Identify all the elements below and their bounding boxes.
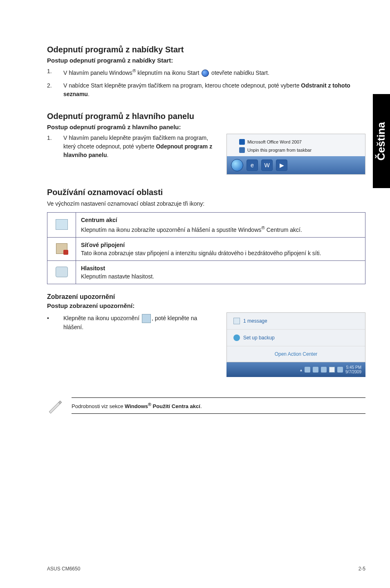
note-text: Podrobnosti viz sekce Windows® Použití C… xyxy=(72,397,365,414)
cell-title: Hlasitost xyxy=(81,265,360,272)
step-number: 1. xyxy=(47,134,63,159)
footer-product: ASUS CM6650 xyxy=(47,566,80,572)
taskbar: e W ▶ xyxy=(227,156,365,174)
heading-unpin-start: Odepnutí programů z nabídky Start xyxy=(47,45,365,54)
step-body: V hlavním panelu klepněte pravým tlačítk… xyxy=(63,134,218,159)
icons-table: Centrum akcí Klepnutím na ikonu zobrazít… xyxy=(47,212,365,284)
subheading-unpin-start: Postup odepnutí programů z nabídky Start… xyxy=(47,57,365,64)
two-column: 1. V hlavním panelu klepněte pravým tlač… xyxy=(47,134,365,175)
text: Open Action Center xyxy=(275,351,318,357)
tray-icon xyxy=(305,367,310,373)
step-1: 1. V hlavním panelu klepněte pravým tlač… xyxy=(47,134,218,159)
tray-icon xyxy=(337,367,343,373)
registered: ® xyxy=(148,402,151,407)
step-number: 1. xyxy=(47,67,63,77)
heading-notification-area: Používání oznamovací oblasti xyxy=(47,188,365,197)
popup-open-link: Open Action Center xyxy=(227,346,365,362)
text: Microsoft Office Word 2007 xyxy=(247,139,302,144)
backup-icon xyxy=(233,334,240,341)
tray-clock: 5:45 PM 9/7/2009 xyxy=(345,365,361,374)
start-orb-icon xyxy=(202,70,209,77)
word-icon xyxy=(239,139,245,145)
bullet-item: • Klepněte na ikonu upozornění , poté kl… xyxy=(47,314,218,332)
two-column: • Klepněte na ikonu upozornění , poté kl… xyxy=(47,312,365,377)
step-body: V nabídce Start klepněte pravým tlačítke… xyxy=(63,81,365,99)
icon-cell xyxy=(47,238,76,261)
step-body: V hlavním panelu Windows® klepnutím na i… xyxy=(63,67,365,77)
volume-icon xyxy=(56,267,68,277)
text: Klepnutím nastavte hlasitost. xyxy=(81,273,154,280)
heading-show-alert: Zobrazení upozornění xyxy=(47,293,365,301)
note-pen-icon xyxy=(47,397,63,414)
jumplist-item-word: Microsoft Office Word 2007 xyxy=(239,139,361,145)
action-center-flag-icon xyxy=(142,314,151,323)
registered: ® xyxy=(261,225,265,230)
jumplist-item-unpin: Unpin this program from taskbar xyxy=(239,147,361,153)
note-block: Podrobnosti viz sekce Windows® Použití C… xyxy=(47,397,365,414)
bold-text: Použití Centra akcí xyxy=(151,403,200,409)
step-number: 2. xyxy=(47,81,63,99)
tray-icon xyxy=(313,367,318,373)
text: Klepnutím na ikonu zobrazíte upozornění … xyxy=(81,227,261,233)
heading-unpin-taskbar: Odepnutí programů z hlavního panelu xyxy=(47,112,365,121)
popup-pane: 1 message Set up backup Open Action Cent… xyxy=(226,312,365,362)
text: Unpin this program from taskbar xyxy=(247,148,312,153)
subheading-show-alert: Postup zobrazení upozornění: xyxy=(47,302,365,309)
table-row: Síťové připojení Tato ikona zobrazuje st… xyxy=(47,238,365,261)
action-center-flag-icon xyxy=(56,219,68,230)
table-row: Hlasitost Klepnutím nastavte hlasitost. xyxy=(47,261,365,284)
popup-item-backup: Set up backup xyxy=(227,330,365,346)
screenshot-taskbar-unpin: Microsoft Office Word 2007 Unpin this pr… xyxy=(226,134,365,175)
page-footer: ASUS CM6650 2-5 xyxy=(47,566,365,572)
network-icon xyxy=(56,243,67,254)
bullet-marker: • xyxy=(47,314,63,332)
icon-cell xyxy=(47,261,76,284)
text: . xyxy=(107,152,109,158)
section-unpin-taskbar: Odepnutí programů z hlavního panelu Post… xyxy=(47,112,365,175)
language-label: Čeština xyxy=(375,122,388,160)
tray-flag-icon xyxy=(329,367,335,373)
desc-cell: Hlasitost Klepnutím nastavte hlasitost. xyxy=(76,261,365,284)
text: . xyxy=(88,91,90,97)
left-col: 1. V hlavním panelu klepněte pravým tlač… xyxy=(47,134,218,164)
section-unpin-start: Odepnutí programů z nabídky Start Postup… xyxy=(47,45,365,99)
language-side-tab: Čeština xyxy=(373,94,390,188)
intro-text: Ve výchozím nastavení oznamovací oblast … xyxy=(47,200,365,209)
popup-header: 1 message xyxy=(227,313,365,330)
footer-page-number: 2-5 xyxy=(359,566,365,572)
step-1: 1. V hlavním panelu Windows® klepnutím n… xyxy=(47,67,365,77)
cell-title: Centrum akcí xyxy=(81,217,360,223)
text: Set up backup xyxy=(243,335,275,341)
unpin-icon xyxy=(239,147,245,153)
taskbar-word-icon: W xyxy=(261,159,273,171)
steps-unpin-taskbar: 1. V hlavním panelu klepněte pravým tlač… xyxy=(47,134,218,159)
text: klepnutím na ikonu Start xyxy=(136,70,201,76)
section-notification-area: Používání oznamovací oblasti Ve výchozím… xyxy=(47,188,365,414)
tray-volume-icon xyxy=(321,367,327,373)
cell-title: Síťové připojení xyxy=(81,242,360,248)
subheading-unpin-taskbar: Postup odepnutí programů z hlavního pane… xyxy=(47,123,365,130)
desc-cell: Síťové připojení Tato ikona zobrazuje st… xyxy=(76,238,365,261)
text: otevřete nabídku Start. xyxy=(210,70,269,76)
taskbar-ie-icon: e xyxy=(247,159,258,171)
steps-unpin-start: 1. V hlavním panelu Windows® klepnutím n… xyxy=(47,67,365,99)
left-col: • Klepněte na ikonu upozornění , poté kl… xyxy=(47,312,218,332)
tray-time: 5:45 PM xyxy=(345,365,361,370)
tray-arrow-icon: ▴ xyxy=(300,368,302,372)
step-2: 2. V nabídce Start klepněte pravým tlačí… xyxy=(47,81,365,99)
text: Klepněte na ikonu upozornění xyxy=(63,315,141,321)
text: V nabídce Start klepněte pravým tlačítke… xyxy=(63,82,301,89)
tray-date: 9/7/2009 xyxy=(345,370,361,374)
screenshot-action-center-popup: 1 message Set up backup Open Action Cent… xyxy=(226,312,365,377)
desc-cell: Centrum akcí Klepnutím na ikonu zobrazít… xyxy=(76,213,365,238)
bold-text: Windows xyxy=(125,403,148,409)
text: Tato ikona zobrazuje stav připojení a in… xyxy=(81,250,321,256)
text: . xyxy=(200,403,202,409)
table-row: Centrum akcí Klepnutím na ikonu zobrazít… xyxy=(47,213,365,238)
icon-cell xyxy=(47,213,76,238)
text: V hlavním panelu Windows xyxy=(63,70,132,76)
text: Centrum akcí. xyxy=(265,227,302,233)
text: 1 message xyxy=(243,318,267,324)
start-orb-icon xyxy=(231,159,243,171)
bullet-body: Klepněte na ikonu upozornění , poté klep… xyxy=(63,314,218,332)
